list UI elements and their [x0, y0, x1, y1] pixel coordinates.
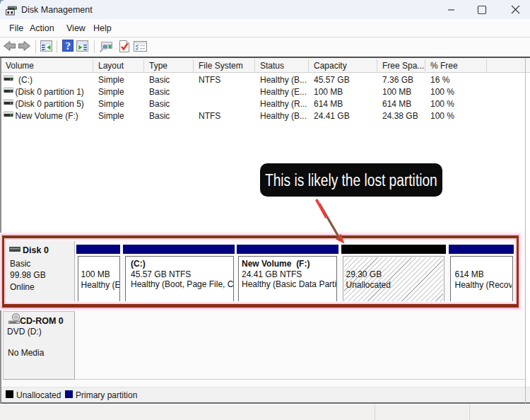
- svg-text:?: ?: [65, 40, 71, 52]
